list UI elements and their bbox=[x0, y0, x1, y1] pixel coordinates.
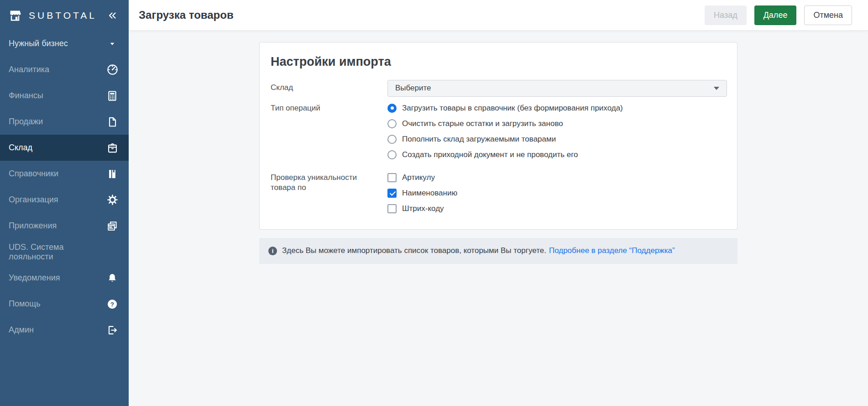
radio-option-replenish-warehouse[interactable]: Пополнить склад загружаемыми товарами bbox=[387, 132, 727, 147]
chevron-down-icon bbox=[106, 37, 119, 50]
radio-option-load-to-directory[interactable]: Загрузить товары в справочник (без форми… bbox=[387, 100, 727, 116]
uniqueness-check-row: Проверка уникальности товара по Артикулу… bbox=[271, 170, 727, 216]
document-icon bbox=[106, 116, 119, 128]
radio-option-create-receipt-doc[interactable]: Создать приходной документ и не проводит… bbox=[387, 147, 727, 163]
content-area: Настройки импорта Склад Выберите Тип опе… bbox=[129, 31, 868, 406]
info-bar: i Здесь Вы можете импортировать список т… bbox=[259, 238, 737, 264]
sidebar-item-uds[interactable]: UDS. Система лояльности bbox=[0, 239, 129, 265]
store-icon bbox=[8, 8, 23, 23]
gear-icon bbox=[106, 194, 119, 206]
info-icon: i bbox=[268, 247, 277, 255]
svg-text:?: ? bbox=[110, 301, 114, 307]
warehouse-select[interactable]: Выберите bbox=[387, 80, 727, 97]
calculator-icon bbox=[106, 90, 119, 102]
checkbox[interactable] bbox=[387, 204, 397, 213]
sidebar-item-finance[interactable]: Финансы bbox=[0, 83, 129, 109]
checkbox-option-name[interactable]: Наименованию bbox=[387, 185, 727, 201]
support-link[interactable]: Подробнее в разделе “Поддержка” bbox=[549, 246, 675, 255]
warehouse-select-value: Выберите bbox=[395, 84, 714, 93]
logout-icon bbox=[106, 324, 119, 337]
brand-name: SUBTOTAL bbox=[29, 10, 106, 21]
warehouse-label: Склад bbox=[271, 80, 387, 93]
radio-button[interactable] bbox=[387, 119, 397, 128]
sidebar-item-analytics[interactable]: Аналитика bbox=[0, 57, 129, 83]
operation-type-row: Тип операций Загрузить товары в справочн… bbox=[271, 100, 727, 163]
checkbox-option-barcode[interactable]: Штрих-коду bbox=[387, 201, 727, 216]
operation-type-label: Тип операций bbox=[271, 100, 387, 113]
sidebar-item-warehouse[interactable]: Склад bbox=[0, 135, 129, 161]
warehouse-box-icon bbox=[106, 142, 119, 154]
topbar: Загрузка товаров Назад Далее Отмена bbox=[129, 0, 868, 31]
business-selector[interactable]: Нужный бизнес bbox=[0, 31, 129, 57]
page-title: Загрузка товаров bbox=[139, 9, 705, 21]
next-button[interactable]: Далее bbox=[754, 5, 797, 25]
reference-books-icon bbox=[106, 168, 119, 180]
radio-button[interactable] bbox=[387, 104, 397, 113]
sidebar-nav: Нужный бизнес Аналитика Финансы bbox=[0, 31, 129, 343]
dropdown-arrow-icon bbox=[714, 87, 719, 90]
radio-button[interactable] bbox=[387, 150, 397, 159]
logo-row: SUBTOTAL bbox=[0, 0, 129, 31]
sidebar-item-admin[interactable]: Админ bbox=[0, 317, 129, 343]
gauge-icon bbox=[106, 63, 119, 76]
apps-windows-icon bbox=[106, 220, 119, 232]
back-button[interactable]: Назад bbox=[705, 5, 747, 25]
cancel-button[interactable]: Отмена bbox=[804, 5, 852, 25]
collapse-sidebar-icon[interactable] bbox=[106, 9, 119, 22]
sidebar: SUBTOTAL Нужный бизнес Аналитика bbox=[0, 0, 129, 406]
bell-icon bbox=[106, 272, 119, 285]
sidebar-item-help[interactable]: Помощь ? bbox=[0, 291, 129, 317]
sidebar-item-organization[interactable]: Организация bbox=[0, 187, 129, 213]
info-text: Здесь Вы можете импортировать список тов… bbox=[282, 246, 546, 255]
sidebar-item-sales[interactable]: Продажи bbox=[0, 109, 129, 135]
checkbox[interactable] bbox=[387, 189, 397, 198]
checkbox-option-article[interactable]: Артикулу bbox=[387, 170, 727, 185]
sidebar-item-apps[interactable]: Приложения bbox=[0, 213, 129, 239]
warehouse-row: Склад Выберите bbox=[271, 80, 727, 97]
radio-button[interactable] bbox=[387, 135, 397, 144]
sidebar-item-directories[interactable]: Справочники bbox=[0, 161, 129, 187]
card-heading: Настройки импорта bbox=[271, 54, 727, 70]
checkbox[interactable] bbox=[387, 173, 397, 182]
radio-option-clear-and-reload[interactable]: Очистить старые остатки и загрузить зано… bbox=[387, 116, 727, 132]
sidebar-item-notifications[interactable]: Уведомления bbox=[0, 265, 129, 291]
uniqueness-check-label: Проверка уникальности товара по bbox=[271, 170, 387, 193]
help-icon: ? bbox=[106, 298, 119, 311]
import-settings-card: Настройки импорта Склад Выберите Тип опе… bbox=[259, 42, 737, 230]
no-icon bbox=[106, 246, 119, 258]
